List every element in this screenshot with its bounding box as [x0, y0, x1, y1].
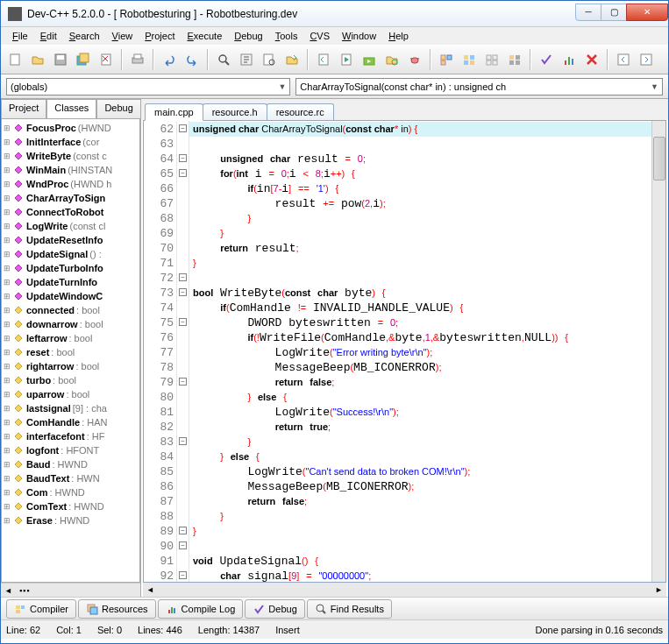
code-editor[interactable]: 6263646566676869707172737475767778798081… — [143, 120, 666, 583]
projprops-button[interactable] — [504, 49, 525, 70]
save-button[interactable] — [50, 49, 71, 70]
tree-item[interactable]: ⊞WriteByte (const c — [2, 149, 139, 163]
file-tab[interactable]: main.cpp — [145, 103, 203, 121]
menu-window[interactable]: Window — [336, 29, 382, 43]
tree-item[interactable]: ⊞UpdateSignal () : — [2, 247, 139, 261]
menu-execute[interactable]: Execute — [181, 29, 229, 43]
tree-item[interactable]: ⊞logfont : HFONT — [2, 443, 139, 457]
addfile-button[interactable] — [459, 49, 480, 70]
menu-file[interactable]: File — [6, 29, 34, 43]
new-button[interactable] — [4, 49, 25, 70]
svg-rect-30 — [493, 60, 497, 65]
tree-item[interactable]: ⊞LogWrite (const cl — [2, 219, 139, 233]
tree-item[interactable]: ⊞BaudText : HWN — [2, 471, 139, 485]
newproj-button[interactable] — [436, 49, 457, 70]
tree-item[interactable]: ⊞UpdateWindowC — [2, 289, 139, 303]
fold-gutter[interactable]: −−−−−−−−−−− — [177, 121, 189, 582]
check-button[interactable] — [536, 49, 557, 70]
left-tab-debug[interactable]: Debug — [96, 99, 140, 118]
redo-button[interactable] — [181, 49, 203, 70]
left-tab-project[interactable]: Project — [1, 99, 46, 118]
bottom-tab-compiler[interactable]: Compiler — [6, 599, 76, 619]
tree-item[interactable]: ⊞ComText : HWND — [2, 499, 139, 513]
menu-help[interactable]: Help — [382, 29, 415, 43]
tree-item[interactable]: ⊞interfacefont : HF — [2, 429, 139, 443]
find-button[interactable] — [213, 49, 234, 70]
tree-item[interactable]: ⊞WndProc (HWND h — [2, 177, 139, 191]
code-area[interactable]: unsigned char CharArrayToSignal(const ch… — [189, 121, 651, 582]
tree-item[interactable]: ⊞Com : HWND — [2, 485, 139, 499]
tree-item[interactable]: ⊞turbo : bool — [2, 373, 139, 387]
horizontal-scrollbar[interactable]: ◄► — [143, 583, 666, 597]
tree-item[interactable]: ⊞ConnectToRobot — [2, 205, 139, 219]
minimize-button[interactable]: ─ — [575, 4, 601, 21]
tree-item[interactable]: ⊞WinMain (HINSTAN — [2, 163, 139, 177]
undo-button[interactable] — [159, 49, 180, 70]
menu-project[interactable]: Project — [139, 29, 181, 43]
tree-item[interactable]: ⊞connected : bool — [2, 303, 139, 317]
removefile-button[interactable] — [481, 49, 502, 70]
bottom-tab-find-results[interactable]: Find Results — [307, 599, 392, 619]
vertical-scrollbar[interactable] — [651, 121, 665, 582]
menu-search[interactable]: Search — [63, 29, 106, 43]
file-tab[interactable]: resource.h — [203, 103, 267, 120]
close-file-button[interactable] — [96, 49, 117, 70]
tree-item[interactable]: ⊞UpdateResetInfo — [2, 233, 139, 247]
menu-edit[interactable]: Edit — [34, 29, 63, 43]
menu-view[interactable]: View — [106, 29, 139, 43]
tree-item[interactable]: ⊞rightarrow : bool — [2, 359, 139, 373]
profile-button[interactable] — [559, 49, 580, 70]
tree-item[interactable]: ⊞leftarrow : bool — [2, 331, 139, 345]
left-scrollbar[interactable]: ◄▪▪▪ — [1, 583, 140, 597]
scope-combo[interactable]: (globals)▼ — [6, 78, 290, 96]
rebuild-button[interactable] — [381, 49, 402, 70]
tree-item[interactable]: ⊞ComHandle : HAN — [2, 415, 139, 429]
debug-button[interactable] — [404, 49, 425, 70]
tree-item[interactable]: ⊞FocusProc (HWND — [2, 121, 139, 135]
tree-item[interactable]: ⊞Erase : HWND — [2, 513, 139, 527]
svg-rect-7 — [134, 54, 141, 59]
left-panel: ProjectClassesDebug ⊞FocusProc (HWND⊞Ini… — [1, 99, 141, 597]
left-tab-classes[interactable]: Classes — [46, 99, 96, 118]
compilerun-button[interactable] — [359, 49, 380, 70]
forward-button[interactable] — [636, 49, 657, 70]
replace-button[interactable] — [236, 49, 257, 70]
menu-tools[interactable]: Tools — [269, 29, 304, 43]
bottom-tab-resources[interactable]: Resources — [78, 599, 156, 619]
close-button[interactable]: ✕ — [626, 4, 668, 21]
run-button[interactable] — [336, 49, 357, 70]
svg-rect-47 — [174, 608, 175, 613]
svg-rect-35 — [565, 60, 566, 65]
tree-item[interactable]: ⊞lastsignal [9] : cha — [2, 401, 139, 415]
menu-debug[interactable]: Debug — [228, 29, 268, 43]
file-tab[interactable]: resource.rc — [267, 103, 334, 120]
tree-item[interactable]: ⊞uparrow : bool — [2, 387, 139, 401]
open-button[interactable] — [27, 49, 48, 70]
class-tree[interactable]: ⊞FocusProc (HWND⊞InitInterface (cor⊞Writ… — [1, 118, 140, 583]
goto-button[interactable] — [281, 49, 302, 70]
tree-item[interactable]: ⊞UpdateTurboInfo — [2, 261, 139, 275]
maximize-button[interactable]: ▢ — [601, 4, 627, 21]
file-tabs: main.cppresource.hresource.rc — [141, 99, 668, 120]
tree-item[interactable]: ⊞UpdateTurnInfo — [2, 275, 139, 289]
saveall-button[interactable] — [73, 49, 94, 70]
tree-item[interactable]: ⊞downarrow : bool — [2, 317, 139, 331]
main-area: ProjectClassesDebug ⊞FocusProc (HWND⊞Ini… — [1, 99, 668, 597]
delete-button[interactable] — [581, 49, 602, 70]
tree-item[interactable]: ⊞Baud : HWND — [2, 457, 139, 471]
print-button[interactable] — [127, 49, 148, 70]
svg-rect-17 — [411, 58, 418, 63]
bottom-tab-compile-log[interactable]: Compile Log — [158, 599, 244, 619]
tree-item[interactable]: ⊞InitInterface (cor — [2, 135, 139, 149]
bottom-tab-debug[interactable]: Debug — [245, 599, 304, 619]
back-button[interactable] — [613, 49, 634, 70]
svg-rect-39 — [641, 54, 651, 65]
findfiles-button[interactable] — [259, 49, 280, 70]
status-insert: Insert — [275, 625, 300, 635]
compile-button[interactable] — [313, 49, 334, 70]
menu-cvs[interactable]: CVS — [303, 29, 336, 43]
function-combo[interactable]: CharArrayToSignal(const char* in) : unsi… — [295, 78, 663, 96]
tree-item[interactable]: ⊞reset : bool — [2, 345, 139, 359]
tree-item[interactable]: ⊞CharArrayToSign — [2, 191, 139, 205]
svg-point-8 — [219, 55, 226, 62]
